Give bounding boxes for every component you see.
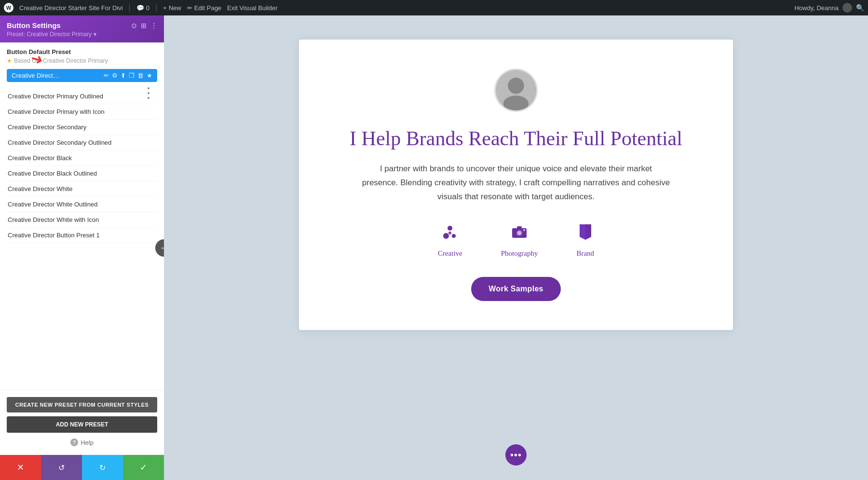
brand-label: Brand xyxy=(576,249,594,258)
dot-3 xyxy=(148,97,149,99)
edit-label: Edit Page xyxy=(194,4,221,12)
site-name: Creative Director Starter Site For Divi xyxy=(19,4,123,12)
exit-label: Exit Visual Builder xyxy=(227,4,278,12)
svg-point-3 xyxy=(443,233,449,239)
list-item[interactable]: Creative Director White Outlined xyxy=(7,197,157,212)
redo-button[interactable]: ↻ xyxy=(82,455,123,480)
list-item[interactable]: Creative Director White xyxy=(7,181,157,197)
list-item[interactable]: Creative Director Secondary xyxy=(7,120,157,135)
svg-point-1 xyxy=(508,78,524,94)
admin-bar-right: Howdy, Deanna 🔍 xyxy=(794,3,864,13)
close-button[interactable]: ✕ xyxy=(0,455,41,480)
comment-link[interactable]: 💬 0 xyxy=(136,4,149,12)
new-link[interactable]: + New xyxy=(163,4,181,12)
delete-preset-icon[interactable]: 🗑 xyxy=(137,72,144,79)
star-preset-icon[interactable]: ★ xyxy=(147,72,152,79)
active-preset-actions: ✏ ⚙ ⬆ ❐ 🗑 ★ xyxy=(104,72,152,79)
hero-avatar xyxy=(494,69,538,112)
active-preset-row[interactable]: ➜ Creative Director P... ✏ ⚙ ⬆ ❐ 🗑 ★ xyxy=(7,69,157,82)
preset-list: Creative Director Primary Outlined Creat… xyxy=(0,89,164,390)
svg-point-2 xyxy=(503,96,529,112)
settings-header-top: Button Settings ⊙ ⊞ ⋮ xyxy=(7,21,157,29)
svg-point-4 xyxy=(448,226,452,231)
create-preset-button[interactable]: CREATE NEW PRESET FROM CURRENT STYLES xyxy=(7,397,157,412)
preset-selector[interactable]: Preset: Creative Director Primary ▾ xyxy=(7,31,157,38)
more-dots-icon: ••• xyxy=(510,450,522,461)
icon-item-creative: Creative xyxy=(438,223,462,258)
preset-based-on: ★ Based On: Creative Director Primary xyxy=(7,57,157,64)
floating-more-button[interactable]: ••• xyxy=(505,444,527,466)
dot-1 xyxy=(148,87,149,89)
search-icon[interactable]: 🔍 xyxy=(856,4,864,12)
svg-point-9 xyxy=(517,231,521,235)
photography-label: Photography xyxy=(501,249,538,258)
preset-label: Preset: Creative Director Primary xyxy=(7,31,92,38)
list-item[interactable]: Creative Director Primary Outlined xyxy=(7,89,157,104)
svg-rect-10 xyxy=(517,226,522,229)
bottom-action-bar: ✕ ↺ ↻ ✓ xyxy=(0,455,164,480)
preset-default-label: Button Default Preset xyxy=(7,48,157,55)
icon-item-photography: Photography xyxy=(501,223,538,258)
list-item[interactable]: Creative Director Primary with Icon xyxy=(7,104,157,120)
focus-icon[interactable]: ⊙ xyxy=(131,22,137,29)
avatar-image xyxy=(496,70,536,110)
photography-icon xyxy=(511,223,528,245)
list-item[interactable]: Creative Director Black xyxy=(7,151,157,166)
based-on-text: Based On: Creative Director Primary xyxy=(14,57,108,64)
copy-preset-icon[interactable]: ❐ xyxy=(129,72,135,79)
add-preset-button[interactable]: ADD NEW PRESET xyxy=(7,416,157,433)
sidebar-panel: Button Settings ⊙ ⊞ ⋮ Preset: Creative D… xyxy=(0,15,164,480)
edit-page-link[interactable]: ✏ Edit Page xyxy=(187,4,221,12)
list-item[interactable]: Creative Director Secondary Outlined xyxy=(7,135,157,151)
undo-button[interactable]: ↺ xyxy=(41,455,82,480)
list-item[interactable]: Creative Director Black Outlined xyxy=(7,166,157,181)
icon-item-brand: Brand xyxy=(576,223,594,258)
list-item[interactable]: Creative Director Button Preset 1 xyxy=(7,228,157,243)
wp-logo[interactable]: W xyxy=(4,3,14,13)
new-label: New xyxy=(169,4,181,12)
check-icon: ✓ xyxy=(140,462,147,473)
preset-section: Button Default Preset ★ Based On: Creati… xyxy=(0,42,164,89)
arrow-left-icon: ← xyxy=(160,244,164,252)
more-icon[interactable]: ⋮ xyxy=(150,22,157,29)
hero-title: I Help Brands Reach Their Full Potential xyxy=(350,126,682,151)
plus-icon: + xyxy=(163,4,167,12)
svg-point-11 xyxy=(523,229,525,231)
undo-icon: ↺ xyxy=(58,463,65,472)
avatar-svg xyxy=(496,69,536,112)
close-icon: ✕ xyxy=(17,462,24,473)
list-item[interactable]: Creative Director White with Icon xyxy=(7,212,157,228)
redo-icon: ↻ xyxy=(99,463,106,472)
svg-point-5 xyxy=(452,234,456,238)
help-link[interactable]: ? Help xyxy=(7,439,157,446)
icons-row: Creative Photography xyxy=(438,223,594,258)
help-label: Help xyxy=(81,439,94,446)
save-button[interactable]: ✓ xyxy=(123,455,164,480)
exit-builder-link[interactable]: Exit Visual Builder xyxy=(227,4,278,12)
main-layout: Button Settings ⊙ ⊞ ⋮ Preset: Creative D… xyxy=(0,15,868,480)
help-icon: ? xyxy=(70,439,78,446)
more-dots-button[interactable] xyxy=(146,85,157,101)
user-avatar[interactable] xyxy=(842,3,852,13)
edit-preset-icon[interactable]: ✏ xyxy=(104,72,109,79)
cta-button[interactable]: Work Samples xyxy=(471,277,561,301)
hero-card: I Help Brands Reach Their Full Potential… xyxy=(299,40,733,330)
header-icons: ⊙ ⊞ ⋮ xyxy=(131,22,157,29)
svg-point-6 xyxy=(448,232,451,234)
creative-icon xyxy=(441,223,459,245)
creative-label: Creative xyxy=(438,249,462,258)
settings-header: Button Settings ⊙ ⊞ ⋮ Preset: Creative D… xyxy=(0,15,164,42)
edit-icon: ✏ xyxy=(187,4,192,12)
brand-icon xyxy=(578,223,593,245)
layout-icon[interactable]: ⊞ xyxy=(141,22,147,29)
dot-2 xyxy=(148,92,149,94)
gear-preset-icon[interactable]: ⚙ xyxy=(112,72,118,79)
page-content: I Help Brands Reach Their Full Potential… xyxy=(164,15,868,480)
comment-icon: 💬 xyxy=(136,4,144,12)
upload-preset-icon[interactable]: ⬆ xyxy=(121,72,126,79)
admin-bar: W Creative Director Starter Site For Div… xyxy=(0,0,868,15)
active-preset-name: Creative Director P... xyxy=(12,72,60,79)
howdy-text: Howdy, Deanna xyxy=(794,4,839,12)
hero-subtitle: I partner with brands to uncover their u… xyxy=(362,162,670,204)
chevron-down-icon: ▾ xyxy=(94,31,96,38)
